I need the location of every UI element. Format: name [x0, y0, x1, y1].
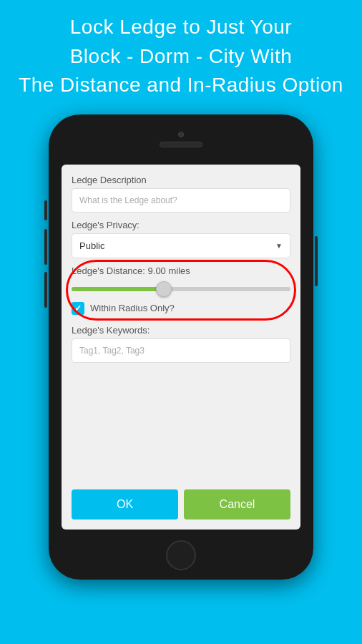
distance-slider[interactable] — [72, 282, 290, 296]
distance-section: Ledge's Distance: 9.00 miles ✓ Within Ra… — [72, 265, 290, 315]
side-button-vol-down — [44, 272, 47, 308]
header-text: Lock Ledge to Just Your Block - Dorm - C… — [0, 0, 362, 107]
slider-fill — [72, 287, 164, 291]
keywords-label: Ledge's Keywords: — [72, 325, 290, 336]
phone-top-bezel — [49, 114, 313, 165]
phone-camera — [178, 132, 184, 137]
privacy-value: Public — [79, 240, 104, 251]
within-radius-row: ✓ Within Radius Only? — [72, 302, 290, 315]
form-content: Ledge Description What is the Ledge abou… — [62, 165, 300, 530]
ok-button[interactable]: OK — [72, 489, 178, 519]
slider-thumb[interactable] — [156, 281, 172, 297]
side-button-power — [315, 236, 318, 286]
description-placeholder: What is the Ledge about? — [79, 195, 177, 205]
side-button-vol-up — [44, 229, 47, 265]
privacy-label: Ledge's Privacy: — [72, 220, 290, 230]
description-label: Ledge Description — [72, 175, 290, 185]
phone-speaker — [160, 142, 202, 147]
keywords-placeholder: Tag1, Tag2, Tag3 — [79, 346, 145, 356]
privacy-select[interactable]: Public ▼ — [72, 233, 290, 258]
description-input[interactable]: What is the Ledge about? — [72, 188, 290, 213]
header-line3: The Distance and In-Radius Option — [14, 71, 348, 100]
within-radius-checkbox[interactable]: ✓ — [72, 302, 84, 315]
phone-bottom-bezel — [49, 531, 313, 580]
phone-screen: Ledge Description What is the Ledge abou… — [62, 165, 300, 530]
description-section: Ledge Description What is the Ledge abou… — [72, 175, 290, 213]
keywords-input[interactable]: Tag1, Tag2, Tag3 — [72, 338, 290, 363]
distance-label: Ledge's Distance: 9.00 miles — [72, 265, 290, 276]
header-line2: Block - Dorm - City With — [14, 42, 348, 72]
button-row: OK Cancel — [72, 484, 290, 519]
phone-wrapper: Ledge Description What is the Ledge abou… — [0, 114, 362, 580]
keywords-section: Ledge's Keywords: Tag1, Tag2, Tag3 — [72, 325, 290, 363]
within-radius-label: Within Radius Only? — [90, 303, 175, 313]
phone-device: Ledge Description What is the Ledge abou… — [49, 114, 313, 580]
home-button[interactable] — [166, 540, 196, 570]
checkmark-icon: ✓ — [74, 303, 82, 313]
cancel-button[interactable]: Cancel — [184, 489, 290, 519]
side-button-mute — [44, 200, 47, 220]
privacy-section: Ledge's Privacy: Public ▼ — [72, 220, 290, 258]
dropdown-arrow-icon: ▼ — [275, 242, 283, 250]
header-line1: Lock Ledge to Just Your — [14, 13, 348, 42]
